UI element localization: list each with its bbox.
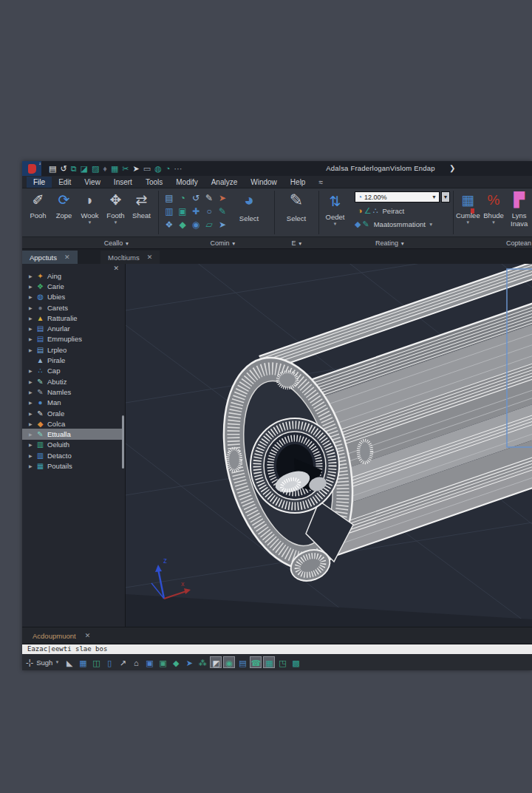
gem-icon[interactable]: ◆ bbox=[170, 656, 182, 668]
home-icon[interactable]: ⌂ bbox=[130, 656, 142, 668]
panel-icon[interactable]: ▦ bbox=[111, 161, 118, 176]
group-label-comin[interactable]: Comin ▼ bbox=[211, 237, 236, 250]
menu-item-window[interactable]: Window bbox=[244, 177, 284, 188]
app-logo-icon[interactable]: ² bbox=[22, 161, 41, 176]
ortho-icon[interactable]: ◫ bbox=[90, 656, 102, 668]
tree-item-aing[interactable]: ▶✦Aing bbox=[22, 270, 123, 281]
maatosmmationt-row[interactable]: ◆✎ Maatosmmationt ▼ bbox=[355, 219, 433, 229]
tab-acdoupmuont[interactable]: Acdoupmuont bbox=[33, 632, 76, 640]
zoom-dropdown-button[interactable]: ▼ bbox=[441, 191, 450, 202]
tree-item-ubies[interactable]: ▶◍Ubies bbox=[22, 292, 123, 302]
model-cylinder[interactable] bbox=[203, 264, 532, 586]
expand-arrow-icon[interactable]: ▶ bbox=[29, 305, 35, 310]
shade-icon[interactable]: ▩ bbox=[290, 656, 301, 668]
pencil-icon[interactable]: ✎ bbox=[202, 191, 216, 205]
tab-mocltiums[interactable]: Mocltiums ✕ bbox=[100, 251, 160, 264]
viewport-3d[interactable]: z x bbox=[126, 264, 532, 627]
viewport-canvas[interactable]: z x bbox=[126, 264, 532, 627]
menu-item-tools[interactable]: Tools bbox=[139, 177, 169, 188]
tree-item-man[interactable]: ▶●Man bbox=[22, 398, 123, 408]
expand-arrow-icon[interactable]: ▶ bbox=[29, 463, 35, 469]
menu-item-view[interactable]: View bbox=[78, 177, 107, 188]
menu-item-file[interactable]: File bbox=[27, 177, 52, 188]
tile-toggle-icon[interactable]: ▦ bbox=[263, 656, 275, 668]
status-mode-label[interactable]: Sugh bbox=[36, 658, 52, 667]
tree-item-orale[interactable]: ▶✎Orale bbox=[22, 408, 123, 418]
snap-icon[interactable]: ◣ bbox=[64, 656, 75, 668]
diamond-icon[interactable]: ◆ bbox=[176, 218, 189, 231]
menu-item-edit[interactable]: Edit bbox=[52, 177, 78, 188]
expand-arrow-icon[interactable]: ▶ bbox=[29, 442, 35, 447]
chevron-down-icon[interactable]: ▼ bbox=[55, 660, 59, 664]
bhude-button[interactable]: %Bhude▼ bbox=[481, 188, 507, 228]
target-icon[interactable]: ◉ bbox=[189, 218, 202, 231]
expand-arrow-icon[interactable]: ▶ bbox=[29, 411, 35, 416]
zoom-combobox[interactable]: ◔ 12.00% ▼ bbox=[355, 191, 440, 202]
web-icon[interactable]: ◍ bbox=[154, 161, 162, 176]
expand-arrow-icon[interactable]: ▶ bbox=[29, 273, 35, 279]
expand-arrow-icon[interactable]: ▶ bbox=[29, 379, 35, 384]
tree-item-ettualla[interactable]: ▶✎Ettualla bbox=[22, 429, 123, 439]
expand-arrow-icon[interactable]: ▶ bbox=[29, 336, 35, 341]
chevron-right-icon[interactable]: ❯ bbox=[449, 161, 455, 176]
group-label-ceallo[interactable]: Ceallo ▼ bbox=[104, 237, 129, 250]
wook-button[interactable]: ◗Wook▼ bbox=[77, 188, 103, 225]
expand-arrow-icon[interactable]: ▶ bbox=[29, 432, 35, 437]
tree-item-abutiz[interactable]: ▶✎Abutiz bbox=[22, 376, 123, 387]
close-icon[interactable]: ✕ bbox=[85, 632, 91, 639]
flag-icon[interactable]: ➤ bbox=[216, 191, 229, 205]
expand-arrow-icon[interactable]: ▶ bbox=[29, 326, 35, 331]
rows-icon[interactable]: ▥ bbox=[163, 205, 176, 218]
tree-item-ratturalie[interactable]: ▶▲Ratturalie bbox=[22, 313, 123, 323]
tree-item-detacto[interactable]: ▶▥Detacto bbox=[22, 450, 123, 460]
arrow-icon[interactable]: ↗ bbox=[117, 656, 129, 668]
grid-icon[interactable]: ▦ bbox=[77, 656, 89, 668]
orbit-toggle-icon[interactable]: ◉ bbox=[223, 656, 235, 668]
save-icon[interactable]: ◪ bbox=[80, 161, 87, 176]
menu-item-modify[interactable]: Modify bbox=[169, 177, 204, 188]
select-brush-button[interactable]: ✎ Select bbox=[281, 190, 312, 224]
menu-item--[interactable]: ≈ bbox=[312, 177, 330, 188]
expand-arrow-icon[interactable]: ▶ bbox=[29, 284, 35, 289]
corner-icon[interactable]: ◳ bbox=[276, 656, 288, 668]
undo-arc-icon[interactable]: ↺ bbox=[189, 191, 202, 205]
tree-item-emmuplies[interactable]: ▶▤Emmuplies bbox=[22, 334, 123, 344]
new-file-icon[interactable]: ▤ bbox=[49, 161, 56, 176]
expand-arrow-icon[interactable]: ▶ bbox=[29, 453, 35, 458]
menu-item-insert[interactable]: Insert bbox=[107, 177, 139, 188]
pin-icon[interactable]: ♦ bbox=[103, 161, 107, 176]
menu-item-help[interactable]: Help bbox=[284, 177, 313, 188]
cumlee-button[interactable]: ▦Cumlee▼ bbox=[455, 188, 481, 228]
phone-toggle-icon[interactable]: ☎ bbox=[250, 656, 262, 668]
asterisk-icon[interactable]: ⁂ bbox=[197, 656, 208, 668]
stamp-icon[interactable]: ▣ bbox=[176, 205, 189, 218]
keyboard-icon[interactable]: ▭ bbox=[143, 161, 151, 176]
group-label-e[interactable]: E ▼ bbox=[292, 237, 303, 250]
pen-toggle-icon[interactable]: ◩ bbox=[210, 656, 222, 668]
send-icon[interactable]: ➤ bbox=[183, 656, 195, 668]
more-icon[interactable]: ⋯ bbox=[174, 161, 182, 176]
plane-icon[interactable]: ▱ bbox=[202, 218, 216, 231]
clock-icon[interactable]: ◔ bbox=[166, 161, 171, 176]
tree-item-poutails[interactable]: ▶▦Poutails bbox=[22, 460, 123, 471]
oedet-button[interactable]: ⇅ Oedet ▼ bbox=[322, 190, 348, 226]
tree-item-anurlar[interactable]: ▶▤Anurlar bbox=[22, 323, 123, 333]
expand-arrow-icon[interactable]: ▶ bbox=[29, 294, 35, 299]
send-icon[interactable]: ➤ bbox=[133, 161, 140, 176]
scrollbar-thumb[interactable] bbox=[122, 415, 124, 469]
box-icon[interactable]: ▣ bbox=[157, 656, 168, 668]
plus-icon[interactable]: ✚ bbox=[189, 205, 202, 218]
export-icon[interactable]: ▨ bbox=[92, 161, 99, 176]
tree-item-oeluith[interactable]: ▶▥Oeluith bbox=[22, 440, 123, 450]
nib-icon[interactable]: ✎ bbox=[216, 205, 229, 218]
array-icon[interactable]: ▤ bbox=[163, 191, 176, 205]
expand-arrow-icon[interactable]: ▶ bbox=[29, 389, 35, 395]
tree-item-carets[interactable]: ▶●Carets bbox=[22, 302, 123, 313]
copy-icon[interactable]: ⧉ bbox=[71, 161, 77, 176]
folder2-icon[interactable]: ▤ bbox=[236, 656, 248, 668]
circle-icon[interactable]: ○ bbox=[202, 205, 216, 218]
expand-arrow-icon[interactable]: ▶ bbox=[29, 368, 35, 373]
undo-icon[interactable]: ↺ bbox=[60, 161, 66, 176]
close-icon[interactable]: ✕ bbox=[147, 253, 153, 261]
sheat-button[interactable]: ⇄Sheat bbox=[129, 188, 154, 225]
